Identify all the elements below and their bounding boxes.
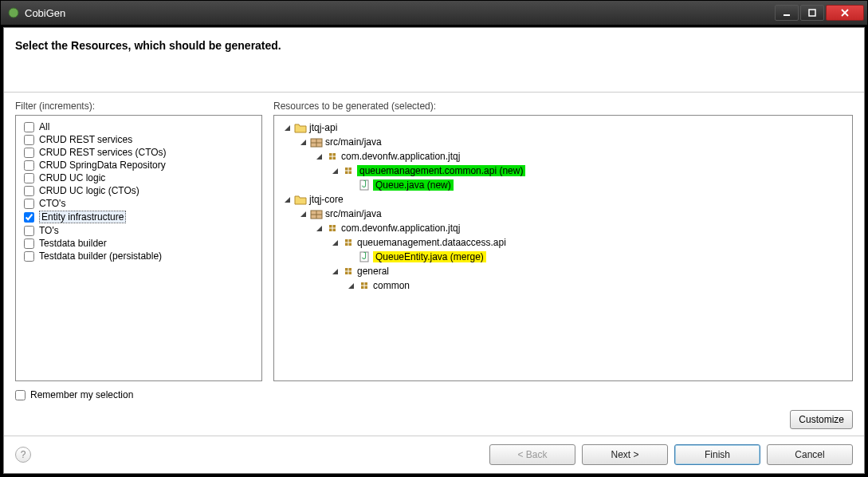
- filter-item[interactable]: CTO's: [19, 197, 258, 210]
- tree-row[interactable]: JQueue.java (new): [277, 178, 849, 192]
- filter-checkbox[interactable]: [24, 238, 34, 249]
- filter-item[interactable]: Testdata builder: [19, 237, 258, 250]
- svg-rect-6: [329, 153, 332, 156]
- tree-node-label: QueueEntity.java (merge): [373, 251, 486, 262]
- tree-row[interactable]: src/main/java: [277, 207, 849, 221]
- expand-toggle-icon[interactable]: [283, 195, 292, 204]
- filter-item-label: TO's: [39, 225, 59, 236]
- expand-toggle-icon[interactable]: [331, 167, 340, 175]
- tree-row[interactable]: general: [277, 264, 849, 278]
- finish-button[interactable]: Finish: [674, 444, 760, 465]
- filter-item[interactable]: CRUD UC logic (CTOs): [19, 184, 258, 197]
- expand-toggle-icon[interactable]: [315, 224, 324, 233]
- expand-toggle-icon[interactable]: [347, 282, 355, 290]
- expand-toggle-icon: [347, 181, 355, 190]
- package-folder-icon: [310, 207, 323, 220]
- titlebar[interactable]: CobiGen: [1, 1, 867, 25]
- filter-list[interactable]: AllCRUD REST servicesCRUD REST services …: [15, 115, 262, 381]
- filter-checkbox[interactable]: [24, 135, 34, 145]
- tree-row[interactable]: common: [277, 278, 849, 293]
- svg-point-0: [9, 8, 18, 18]
- close-button[interactable]: [826, 5, 864, 21]
- package-icon: [342, 265, 355, 278]
- svg-rect-21: [329, 229, 332, 232]
- filter-item-label: CRUD SpringData Repository: [39, 160, 166, 171]
- filter-item[interactable]: Testdata builder (persistable): [19, 250, 258, 262]
- svg-rect-35: [361, 286, 364, 290]
- svg-rect-34: [365, 282, 368, 286]
- tree-row[interactable]: com.devonfw.application.jtqj: [277, 149, 849, 164]
- filter-checkbox[interactable]: [24, 212, 34, 223]
- svg-rect-10: [345, 168, 348, 171]
- tree-row[interactable]: com.devonfw.application.jtqj: [277, 221, 849, 235]
- tree-node-label: src/main/java: [325, 208, 382, 219]
- tree-row[interactable]: JQueueEntity.java (merge): [277, 250, 849, 264]
- tree-row[interactable]: src/main/java: [277, 135, 849, 149]
- minimize-button[interactable]: [775, 5, 799, 21]
- svg-text:J: J: [362, 179, 367, 190]
- svg-text:J: J: [362, 251, 367, 262]
- filter-item-label: CRUD REST services: [39, 134, 132, 145]
- svg-rect-33: [361, 282, 364, 286]
- expand-toggle-icon[interactable]: [331, 267, 340, 276]
- below-row: Remember my selection Customize: [4, 386, 864, 436]
- back-button[interactable]: < Back: [489, 444, 575, 465]
- filter-checkbox[interactable]: [24, 226, 34, 236]
- app-icon: [7, 6, 20, 19]
- cancel-button[interactable]: Cancel: [767, 444, 853, 465]
- filter-checkbox[interactable]: [24, 199, 34, 209]
- expand-toggle-icon[interactable]: [331, 238, 340, 247]
- svg-rect-22: [333, 229, 336, 232]
- tree-row[interactable]: jtqj-core: [277, 192, 849, 207]
- resources-panel: Resources to be generated (selected): jt…: [273, 101, 853, 381]
- filter-checkbox[interactable]: [24, 148, 34, 158]
- svg-rect-31: [345, 272, 348, 275]
- filter-item-label: All: [39, 121, 49, 132]
- filter-checkbox[interactable]: [24, 173, 34, 183]
- filter-checkbox[interactable]: [24, 160, 34, 171]
- customize-line: Customize: [15, 410, 853, 429]
- window-title: CobiGen: [25, 7, 775, 19]
- main-panels: Filter (increments): AllCRUD REST servic…: [4, 93, 864, 386]
- expand-toggle-icon[interactable]: [299, 210, 308, 219]
- next-button[interactable]: Next >: [582, 444, 668, 465]
- filter-item[interactable]: CRUD REST services (CTOs): [19, 146, 258, 159]
- filter-item[interactable]: All: [19, 120, 258, 133]
- tree-row[interactable]: jtqj-api: [277, 120, 849, 135]
- filter-checkbox[interactable]: [24, 186, 34, 196]
- expand-toggle-icon[interactable]: [315, 152, 324, 161]
- filter-item[interactable]: CRUD REST services: [19, 133, 258, 146]
- svg-rect-25: [345, 243, 348, 246]
- filter-item[interactable]: Entity infrastructure: [19, 210, 258, 224]
- page-title: Select the Resources, which should be ge…: [15, 39, 853, 52]
- filter-checkbox[interactable]: [24, 122, 34, 132]
- tree-node-label: Queue.java (new): [373, 179, 454, 191]
- remember-checkbox[interactable]: [15, 390, 26, 400]
- filter-item-label: Testdata builder (persistable): [39, 250, 162, 262]
- resources-tree[interactable]: jtqj-apisrc/main/javacom.devonfw.applica…: [273, 115, 853, 381]
- expand-toggle-icon: [347, 253, 355, 262]
- bottom-bar: ? < Back Next > Finish Cancel: [4, 436, 864, 473]
- filter-item[interactable]: CRUD UC logic: [19, 171, 258, 184]
- svg-rect-11: [349, 168, 352, 171]
- tree-row[interactable]: queuemanagement.common.api (new): [277, 164, 849, 178]
- package-folder-icon: [310, 136, 323, 148]
- filter-checkbox[interactable]: [24, 251, 34, 262]
- tree-row[interactable]: queuemanagement.dataaccess.api: [277, 235, 849, 250]
- filter-item-label: CTO's: [39, 198, 65, 209]
- tree-node-label: jtqj-core: [309, 194, 344, 205]
- customize-button[interactable]: Customize: [790, 410, 853, 429]
- svg-rect-13: [349, 171, 352, 175]
- filter-item[interactable]: TO's: [19, 224, 258, 237]
- expand-toggle-icon[interactable]: [283, 124, 292, 132]
- svg-rect-9: [333, 157, 336, 160]
- remember-label[interactable]: Remember my selection: [30, 389, 133, 400]
- dialog-window: CobiGen Select the Resources, which shou…: [0, 0, 868, 477]
- filter-item[interactable]: CRUD SpringData Repository: [19, 159, 258, 171]
- tree-node-label: common: [373, 280, 410, 291]
- maximize-button[interactable]: [800, 5, 824, 21]
- help-icon[interactable]: ?: [15, 447, 31, 463]
- svg-rect-29: [345, 268, 348, 271]
- svg-rect-30: [349, 268, 352, 271]
- expand-toggle-icon[interactable]: [299, 138, 308, 147]
